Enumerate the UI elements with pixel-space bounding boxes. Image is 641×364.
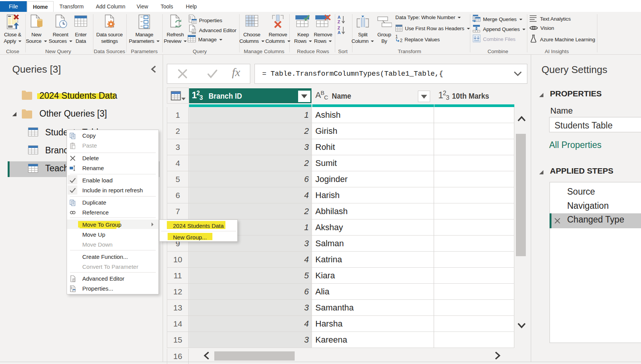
svg-text:1: 1 bbox=[395, 34, 398, 39]
svg-text:2: 2 bbox=[400, 38, 403, 43]
